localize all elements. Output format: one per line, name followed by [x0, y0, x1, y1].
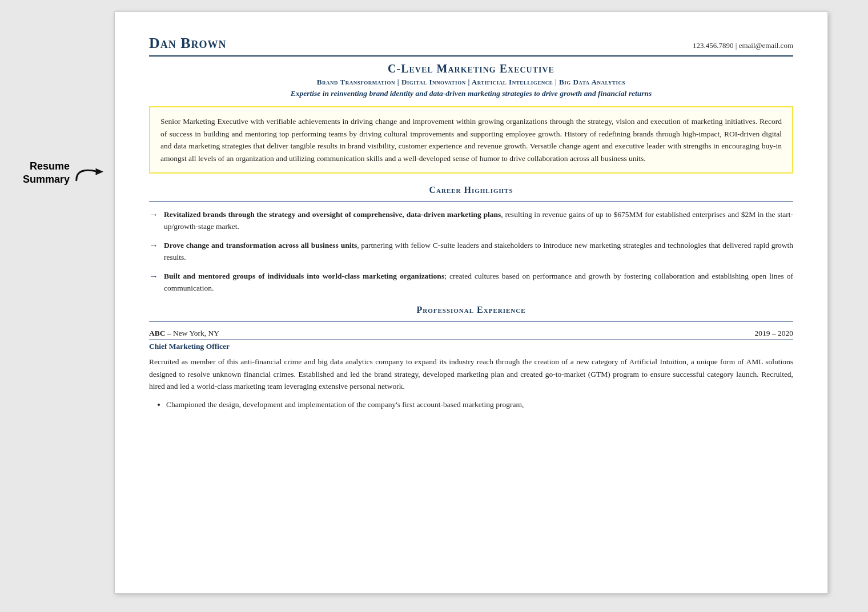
resume-paper: Dan Brown 123.456.7890 | email@email.com…	[114, 11, 828, 594]
professional-experience-header: Professional Experience	[149, 305, 793, 315]
job-title-1: Chief Marketing Officer	[149, 342, 793, 351]
annotation-content: ResumeSummary	[23, 160, 108, 187]
career-highlights-header: Career Highlights	[149, 185, 793, 195]
highlight-item-2: → Drove change and transformation across…	[149, 240, 793, 264]
title-section: C-Level Marketing Executive Brand Transf…	[149, 62, 793, 98]
career-highlights-divider	[149, 201, 793, 202]
highlight-arrow-icon-1: →	[149, 210, 158, 220]
resume-header: Dan Brown 123.456.7890 | email@email.com	[149, 35, 793, 57]
job-company-1: ABC – New York, NY	[149, 329, 219, 338]
summary-box: Senior Marketing Executive with verifiab…	[149, 106, 793, 174]
svg-marker-0	[96, 168, 104, 175]
highlight-arrow-icon-2: →	[149, 240, 158, 251]
highlight-bold-2: Drove change and transformation across a…	[164, 241, 357, 249]
job-header-row-1: ABC – New York, NY 2019 – 2020	[149, 329, 793, 340]
sidebar-annotation: ResumeSummary	[0, 11, 114, 187]
job-dates-1: 2019 – 2020	[755, 329, 794, 338]
contact-info: 123.456.7890 | email@email.com	[693, 41, 793, 50]
highlight-item-3: → Built and mentored groups of individua…	[149, 271, 793, 295]
job-title: C-Level Marketing Executive	[149, 62, 793, 75]
job-company-location-1: – New York, NY	[166, 329, 220, 337]
highlight-bold-3: Built and mentored groups of individuals…	[164, 272, 444, 280]
highlight-text-1: Revitalized brands through the strategy …	[164, 209, 793, 233]
page-wrapper: ResumeSummary Dan Brown 123.456.7890 | e…	[0, 11, 868, 594]
expertise-line: Expertise in reinventing brand identity …	[149, 89, 793, 98]
title-subtitle: Brand Transformation | Digital Innovatio…	[149, 78, 793, 87]
highlight-text-2: Drove change and transformation across a…	[164, 240, 793, 264]
resume-summary-label: ResumeSummary	[23, 160, 70, 187]
highlight-bold-1: Revitalized brands through the strategy …	[164, 210, 501, 219]
highlight-arrow-icon-3: →	[149, 271, 158, 281]
job-company-bold-1: ABC	[149, 329, 166, 337]
summary-text: Senior Marketing Executive with verifiab…	[160, 117, 782, 163]
job-bullet-1-1: Championed the design, development and i…	[166, 398, 793, 411]
highlights-list: → Revitalized brands through the strateg…	[149, 209, 793, 295]
candidate-name: Dan Brown	[149, 35, 227, 52]
professional-experience-title: Professional Experience	[149, 305, 793, 315]
career-highlights-title: Career Highlights	[149, 185, 793, 195]
professional-experience-divider	[149, 321, 793, 322]
highlight-text-3: Built and mentored groups of individuals…	[164, 271, 793, 295]
highlight-item-1: → Revitalized brands through the strateg…	[149, 209, 793, 233]
job-description-1: Recruited as member of this anti-financi…	[149, 356, 793, 393]
annotation-arrow-icon	[74, 162, 108, 184]
job-bullets-1: Championed the design, development and i…	[149, 398, 793, 411]
